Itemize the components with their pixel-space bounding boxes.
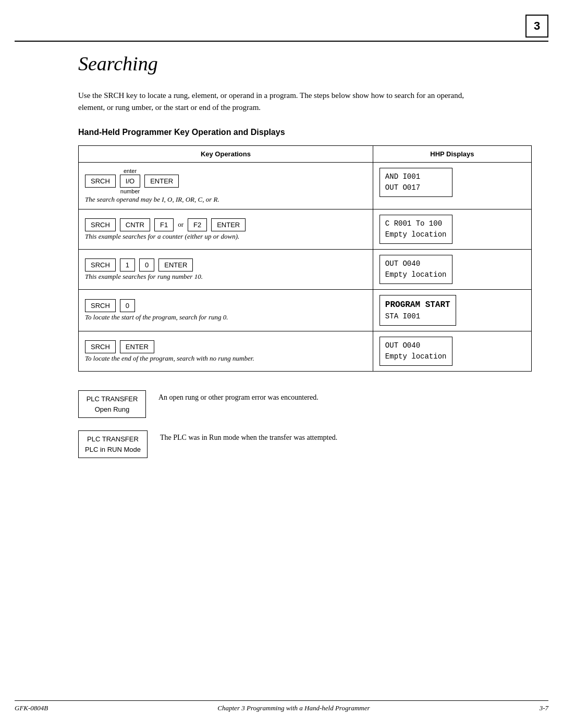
key-cntr-2: CNTR <box>120 218 150 231</box>
hhp-line2-2: Empty location <box>385 229 447 240</box>
row-note-1: The search operand may be I, O, IR, OR, … <box>85 195 366 204</box>
hhp-display-1: AND I001 OUT O017 <box>380 168 452 197</box>
key-enter-5: ENTER <box>120 340 154 353</box>
hhp-line2-3: Empty location <box>385 269 447 280</box>
hhp-cell-2: C R001 To 100 Empty location <box>373 209 531 250</box>
hhp-line2-5: Empty location <box>385 351 447 362</box>
key-f1-2: F1 <box>154 218 174 231</box>
top-rule <box>15 41 548 42</box>
hhp-display-2: C R001 To 100 Empty location <box>380 215 452 244</box>
hhp-cell-4: PROGRAM START STA I001 <box>373 290 531 331</box>
hhp-display-4: PROGRAM START STA I001 <box>380 295 456 326</box>
key-ops-cell-5: SRCH ENTER To locate the end of the prog… <box>79 331 373 372</box>
key-ops-cell-3: SRCH 1 0 ENTER This example searches for… <box>79 250 373 290</box>
key-1-3: 1 <box>120 258 135 272</box>
key-ops-cell-1: SRCH enter I/O number ENTER The search o… <box>79 163 373 209</box>
key-row-5: SRCH ENTER <box>85 340 366 353</box>
chapter-title: Searching <box>78 52 532 75</box>
key-ops-cell-2: SRCH CNTR F1 or F2 ENTER This example se… <box>79 209 373 250</box>
col-key-operations: Key Operations <box>79 146 373 163</box>
key-io-1: I/O <box>120 175 140 188</box>
hhp-cell-5: OUT O040 Empty location <box>373 331 531 372</box>
error-section: PLC TRANSFER Open Rung An open rung or o… <box>78 390 532 458</box>
hhp-line2-1: OUT O017 <box>385 182 447 193</box>
error-desc-1: An open rung or other program error was … <box>158 390 319 402</box>
hhp-display-5: OUT O040 Empty location <box>380 337 452 366</box>
hhp-cell-3: OUT O040 Empty location <box>373 250 531 290</box>
error-box-2: PLC TRANSFER PLC in RUN Mode <box>78 430 148 458</box>
key-srch-4: SRCH <box>85 299 116 312</box>
error-row-1: PLC TRANSFER Open Rung An open rung or o… <box>78 390 532 418</box>
key-f2-2: F2 <box>188 218 207 231</box>
main-content: Searching Use the SRCH key to locate a r… <box>78 52 532 471</box>
key-row-2: SRCH CNTR F1 or F2 ENTER <box>85 218 366 231</box>
footer: GFK-0804B Chapter 3 Programming with a H… <box>15 700 548 712</box>
key-row-1: SRCH enter I/O number ENTER <box>85 168 366 194</box>
row-note-3: This example searches for rung number 10… <box>85 273 366 281</box>
error-box-1-line1: PLC TRANSFER <box>85 394 139 404</box>
key-srch-1: SRCH <box>85 175 116 188</box>
error-box-1: PLC TRANSFER Open Rung <box>78 390 146 418</box>
error-box-1-line2: Open Rung <box>85 404 139 415</box>
intro-paragraph: Use the SRCH key to locate a rung, eleme… <box>78 90 474 113</box>
row-note-4: To locate the start of the program, sear… <box>85 313 366 322</box>
hhp-display-3: OUT O040 Empty location <box>380 255 452 284</box>
table-row: SRCH CNTR F1 or F2 ENTER This example se… <box>79 209 532 250</box>
error-box-2-line2: PLC in RUN Mode <box>85 445 141 455</box>
error-box-2-line1: PLC TRANSFER <box>85 434 141 445</box>
key-operations-table: Key Operations HHP Displays SRCH enter I… <box>78 145 532 372</box>
row-note-2: This example searches for a counter (eit… <box>85 232 366 241</box>
key-0-4: 0 <box>120 299 135 312</box>
key-0-3: 0 <box>139 258 154 272</box>
footer-left: GFK-0804B <box>15 704 48 712</box>
error-row-2: PLC TRANSFER PLC in RUN Mode The PLC was… <box>78 430 532 458</box>
hhp-line1-5: OUT O040 <box>385 340 447 351</box>
hhp-line1-2: C R001 To 100 <box>385 218 447 229</box>
table-row: SRCH 0 To locate the start of the progra… <box>79 290 532 331</box>
section-heading: Hand-Held Programmer Key Operation and D… <box>78 128 532 137</box>
key-enter-2: ENTER <box>211 218 246 231</box>
key-enter-1: ENTER <box>144 175 179 188</box>
table-row: SRCH enter I/O number ENTER The search o… <box>79 163 532 209</box>
key-ops-cell-4: SRCH 0 To locate the start of the progra… <box>79 290 373 331</box>
footer-center: Chapter 3 Programming with a Hand-held P… <box>217 704 370 712</box>
io-with-note: enter I/O number <box>120 168 140 194</box>
row-note-5: To locate the end of the program, search… <box>85 354 366 363</box>
page-number: 3 <box>525 15 548 38</box>
hhp-cell-1: AND I001 OUT O017 <box>373 163 531 209</box>
or-text-2: or <box>178 220 183 229</box>
hhp-line1-3: OUT O040 <box>385 258 447 269</box>
key-srch-2: SRCH <box>85 218 116 231</box>
hhp-line2-4: STA I001 <box>385 311 450 322</box>
table-row: SRCH ENTER To locate the end of the prog… <box>79 331 532 372</box>
hhp-line1-1: AND I001 <box>385 171 447 182</box>
table-row: SRCH 1 0 ENTER This example searches for… <box>79 250 532 290</box>
key-srch-5: SRCH <box>85 340 116 353</box>
col-hhp-displays: HHP Displays <box>373 146 531 163</box>
key-row-4: SRCH 0 <box>85 299 366 312</box>
key-srch-3: SRCH <box>85 258 116 272</box>
footer-right: 3-7 <box>540 704 548 712</box>
hhp-line1-4: PROGRAM START <box>385 299 450 311</box>
error-desc-2: The PLC was in Run mode when the transfe… <box>160 430 337 442</box>
key-row-3: SRCH 1 0 ENTER <box>85 258 366 272</box>
key-enter-3: ENTER <box>158 258 193 272</box>
